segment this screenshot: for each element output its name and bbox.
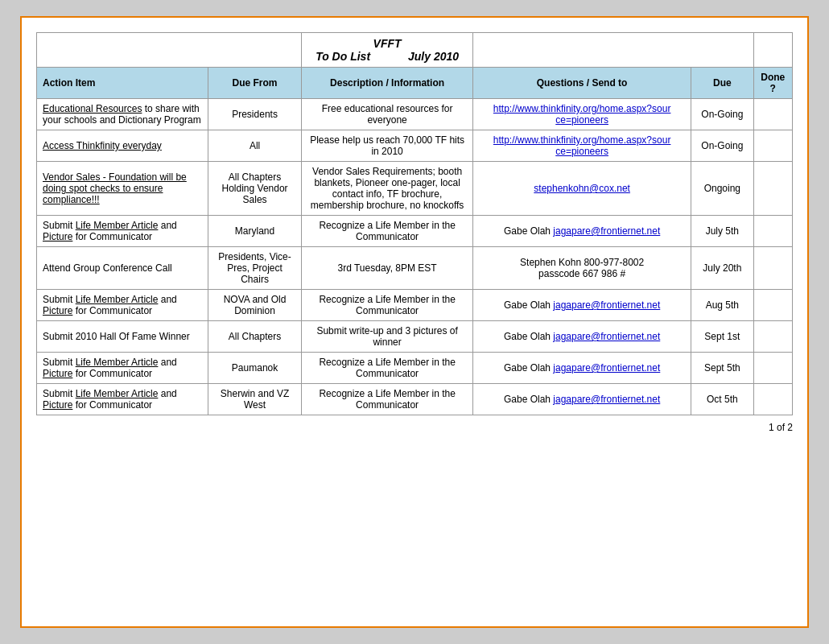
- action-item-1: Access Thinkfinity everyday: [37, 130, 208, 162]
- action-item-4: Attend Group Conference Call: [37, 247, 208, 290]
- table-row: Submit Life Member Article and Picture f…: [37, 290, 793, 321]
- done-4: [753, 247, 792, 290]
- questions-7: Gabe Olah jagapare@frontiernet.net: [473, 353, 691, 384]
- done-5: [753, 290, 792, 321]
- table-row: Submit Life Member Article and Picture f…: [37, 353, 793, 384]
- duefrom-7: Paumanok: [208, 353, 301, 384]
- column-headers: Action Item Due From Description / Infor…: [37, 68, 793, 99]
- action-item-7: Submit Life Member Article and Picture f…: [37, 353, 208, 384]
- date-label: July 2010: [408, 50, 459, 63]
- page: VFFT To Do List July 2010 Action Item Du…: [20, 16, 809, 628]
- action-item-0: Educational Resources to share with your…: [37, 99, 208, 130]
- pagination: 1 of 2: [36, 422, 793, 433]
- questions-6: Gabe Olah jagapare@frontiernet.net: [473, 321, 691, 353]
- action-item-3: Submit Life Member Article and Picture f…: [37, 216, 208, 247]
- desc-0: Free educational resources for everyone: [302, 99, 473, 130]
- page-title: VFFT: [307, 37, 467, 50]
- table-row: Submit 2010 Hall Of Fame Winner All Chap…: [37, 321, 793, 353]
- due-2: Ongoing: [691, 162, 753, 216]
- table-row: Attend Group Conference Call Presidents,…: [37, 247, 793, 290]
- done-0: [753, 99, 792, 130]
- duefrom-1: All: [208, 130, 301, 162]
- desc-5: Recognize a Life Member in the Communica…: [302, 290, 473, 321]
- title-row: VFFT To Do List July 2010: [37, 33, 793, 68]
- desc-8: Recognize a Life Member in the Communica…: [302, 384, 473, 415]
- col-description: Description / Information: [302, 68, 473, 99]
- questions-0: http://www.thinkfinity.org/home.aspx?sou…: [473, 99, 691, 130]
- table-row: Access Thinkfinity everyday All Please h…: [37, 130, 793, 162]
- todo-label: To Do List: [316, 50, 370, 63]
- done-7: [753, 353, 792, 384]
- col-done: Done ?: [753, 68, 792, 99]
- questions-5: Gabe Olah jagapare@frontiernet.net: [473, 290, 691, 321]
- col-duefrom: Due From: [208, 68, 301, 99]
- desc-6: Submit write-up and 3 pictures of winner: [302, 321, 473, 353]
- questions-2: stephenkohn@cox.net: [473, 162, 691, 216]
- desc-4: 3rd Tuesday, 8PM EST: [302, 247, 473, 290]
- table-row: Submit Life Member Article and Picture f…: [37, 384, 793, 415]
- action-item-8: Submit Life Member Article and Picture f…: [37, 384, 208, 415]
- action-item-6: Submit 2010 Hall Of Fame Winner: [37, 321, 208, 353]
- done-6: [753, 321, 792, 353]
- done-8: [753, 384, 792, 415]
- duefrom-2: All Chapters Holding Vendor Sales: [208, 162, 301, 216]
- due-5: Aug 5th: [691, 290, 753, 321]
- done-1: [753, 130, 792, 162]
- questions-4: Stephen Kohn 800-977-8002passcode 667 98…: [473, 247, 691, 290]
- desc-1: Please help us reach 70,000 TF hits in 2…: [302, 130, 473, 162]
- table-row: Submit Life Member Article and Picture f…: [37, 216, 793, 247]
- questions-8: Gabe Olah jagapare@frontiernet.net: [473, 384, 691, 415]
- col-action: Action Item: [37, 68, 208, 99]
- col-questions: Questions / Send to: [473, 68, 691, 99]
- due-8: Oct 5th: [691, 384, 753, 415]
- duefrom-5: NOVA and Old Dominion: [208, 290, 301, 321]
- due-4: July 20th: [691, 247, 753, 290]
- duefrom-3: Maryland: [208, 216, 301, 247]
- questions-3: Gabe Olah jagapare@frontiernet.net: [473, 216, 691, 247]
- duefrom-0: Presidents: [208, 99, 301, 130]
- due-0: On-Going: [691, 99, 753, 130]
- col-due: Due: [691, 68, 753, 99]
- action-item-2: Vendor Sales - Foundation will be doing …: [37, 162, 208, 216]
- table-row: Educational Resources to share with your…: [37, 99, 793, 130]
- done-3: [753, 216, 792, 247]
- due-7: Sept 5th: [691, 353, 753, 384]
- questions-1: http://www.thinkfinity.org/home.aspx?sou…: [473, 130, 691, 162]
- done-2: [753, 162, 792, 216]
- duefrom-8: Sherwin and VZ West: [208, 384, 301, 415]
- desc-2: Vendor Sales Requirements; booth blanket…: [302, 162, 473, 216]
- due-6: Sept 1st: [691, 321, 753, 353]
- due-1: On-Going: [691, 130, 753, 162]
- duefrom-4: Presidents, Vice-Pres, Project Chairs: [208, 247, 301, 290]
- desc-7: Recognize a Life Member in the Communica…: [302, 353, 473, 384]
- desc-3: Recognize a Life Member in the Communica…: [302, 216, 473, 247]
- duefrom-6: All Chapters: [208, 321, 301, 353]
- due-3: July 5th: [691, 216, 753, 247]
- action-item-5: Submit Life Member Article and Picture f…: [37, 290, 208, 321]
- table-row: Vendor Sales - Foundation will be doing …: [37, 162, 793, 216]
